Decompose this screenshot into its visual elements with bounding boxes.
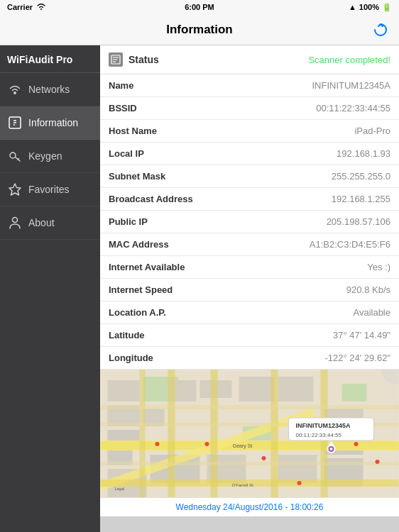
- svg-rect-44: [140, 370, 146, 497]
- status-bar: Carrier 6:00 PM ▲ 100% 🔋: [0, 0, 399, 14]
- table-row: Latitude 37° 47' 14.49": [100, 324, 399, 347]
- table-row: Internet Speed 920.8 Kb/s: [100, 279, 399, 301]
- svg-point-58: [205, 442, 209, 446]
- row-value: 255.255.255.0: [208, 171, 390, 182]
- carrier-label: Carrier: [7, 3, 33, 11]
- svg-point-10: [13, 218, 18, 223]
- sidebar: WiFiAudit Pro Networks: [0, 45, 100, 532]
- nav-bar: Information: [0, 14, 399, 45]
- row-key: Name: [109, 80, 208, 91]
- row-key: BSSID: [109, 103, 208, 113]
- status-time: 6:00 PM: [185, 3, 214, 11]
- sidebar-item-favorites[interactable]: Favorites: [0, 173, 100, 206]
- svg-marker-9: [9, 184, 21, 195]
- svg-rect-26: [278, 377, 314, 401]
- svg-rect-40: [168, 370, 175, 497]
- status-left: Carrier: [7, 3, 46, 11]
- svg-rect-34: [108, 380, 140, 401]
- sidebar-item-about[interactable]: About: [0, 206, 100, 240]
- sidebar-label-networks: Networks: [28, 84, 70, 95]
- svg-rect-30: [278, 455, 317, 483]
- svg-point-62: [354, 442, 359, 446]
- sidebar-item-information[interactable]: Information: [0, 106, 100, 140]
- row-key: Local IP: [109, 148, 208, 159]
- row-value: 37° 47' 14.49": [208, 330, 390, 340]
- svg-rect-47: [101, 462, 399, 465]
- status-value: Scanner completed!: [308, 55, 390, 65]
- signal-arrow: ▲: [349, 3, 356, 11]
- row-key: Internet Speed: [109, 284, 208, 295]
- svg-rect-41: [211, 370, 218, 497]
- app-title: WiFiAudit Pro: [0, 45, 100, 73]
- table-row: Location A.P. Available: [100, 301, 399, 324]
- map-area[interactable]: Geary St O'Farrell St Legal INFINITUM123…: [100, 370, 399, 497]
- svg-point-57: [262, 456, 266, 460]
- status-banner: Status Scanner completed!: [100, 45, 399, 74]
- wifi-icon: [36, 3, 46, 11]
- svg-text:Geary St: Geary St: [233, 443, 253, 449]
- svg-text:Legal: Legal: [115, 487, 124, 491]
- table-row: Name INFINITUM12345A: [100, 74, 399, 97]
- svg-line-8: [18, 159, 19, 160]
- row-value: 920.8 Kb/s: [208, 284, 390, 295]
- row-key: Host Name: [109, 126, 208, 136]
- row-value: A1:B2:C3:D4:E5:F6: [208, 239, 390, 250]
- main-layout: WiFiAudit Pro Networks: [0, 45, 399, 532]
- timestamp-text: Wednesday 24/August/2016 - 18:00:26: [176, 502, 324, 512]
- row-key: Subnet Mask: [109, 171, 208, 182]
- info-icon: [7, 115, 23, 131]
- row-value: iPad-Pro: [208, 126, 390, 136]
- row-value: Yes :): [208, 262, 390, 272]
- svg-point-1: [14, 92, 16, 94]
- table-row: Broadcast Address 192.168.1.255: [100, 188, 399, 211]
- wifi-icon: [7, 82, 23, 97]
- timestamp-footer: Wednesday 24/August/2016 - 18:00:26: [100, 497, 399, 516]
- table-row: Local IP 192.168.1.93: [100, 143, 399, 165]
- svg-point-60: [297, 481, 302, 485]
- sidebar-item-keygen[interactable]: Keygen: [0, 140, 100, 173]
- svg-point-59: [155, 442, 160, 446]
- table-row: Host Name iPad-Pro: [100, 120, 399, 143]
- svg-rect-42: [271, 370, 278, 497]
- content-area: Status Scanner completed! Name INFINITUM…: [100, 45, 399, 532]
- svg-rect-35: [239, 377, 275, 401]
- battery-label: 100%: [359, 3, 379, 11]
- refresh-button[interactable]: [371, 20, 390, 40]
- row-value: 192.168.1.255: [208, 194, 390, 204]
- key-icon: [7, 148, 23, 164]
- row-key: Longitude: [109, 353, 208, 363]
- svg-text:00:11:22:33:44:55: 00:11:22:33:44:55: [296, 432, 342, 438]
- row-value: 205.198.57.106: [208, 216, 390, 227]
- table-row: MAC Address A1:B2:C3:D4:E5:F6: [100, 233, 399, 256]
- table-row: Public IP 205.198.57.106: [100, 211, 399, 233]
- row-key: Internet Available: [109, 262, 208, 272]
- status-banner-icon: [109, 52, 123, 67]
- battery-icon: 🔋: [382, 3, 392, 12]
- svg-rect-45: [101, 405, 399, 409]
- svg-point-56: [330, 448, 333, 450]
- row-key: Latitude: [109, 330, 208, 340]
- svg-point-61: [376, 460, 380, 464]
- row-key: Broadcast Address: [109, 194, 208, 204]
- status-label: Status: [129, 54, 302, 65]
- sidebar-label-information: Information: [28, 117, 78, 128]
- row-value: INFINITUM12345A: [208, 80, 390, 91]
- sidebar-item-networks[interactable]: Networks: [0, 73, 100, 106]
- svg-rect-19: [342, 384, 367, 401]
- table-row: Subnet Mask 255.255.255.0: [100, 165, 399, 188]
- info-table: Name INFINITUM12345A BSSID 00:11:22:33:4…: [100, 74, 399, 370]
- star-icon: [7, 182, 23, 197]
- nav-title: Information: [166, 23, 233, 37]
- sidebar-label-keygen: Keygen: [28, 150, 62, 162]
- row-value: Available: [208, 307, 390, 318]
- svg-text:INFINITUM12345A: INFINITUM12345A: [296, 422, 351, 429]
- row-value: 192.168.1.93: [208, 148, 390, 159]
- svg-text:O'Farrell St: O'Farrell St: [231, 483, 253, 487]
- row-key: MAC Address: [109, 239, 208, 250]
- bottom-area: [100, 516, 399, 532]
- row-key: Location A.P.: [109, 307, 208, 318]
- person-icon: [7, 215, 23, 231]
- row-key: Public IP: [109, 216, 208, 227]
- table-row: Longitude -122° 24' 29.62": [100, 347, 399, 370]
- row-value: 00:11:22:33:44:55: [208, 103, 390, 113]
